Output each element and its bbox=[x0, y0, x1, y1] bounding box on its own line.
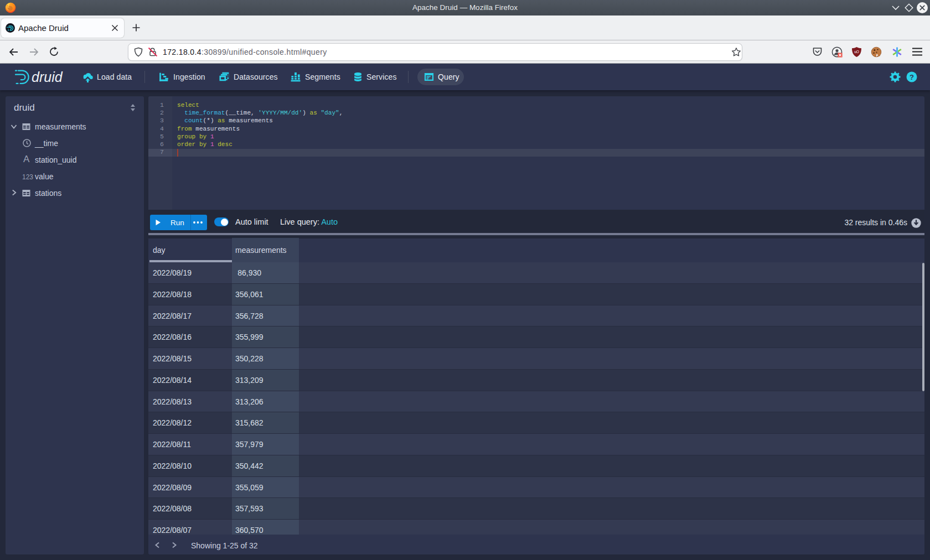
svg-text:?: ? bbox=[910, 73, 914, 81]
svg-text:uO: uO bbox=[854, 50, 859, 54]
